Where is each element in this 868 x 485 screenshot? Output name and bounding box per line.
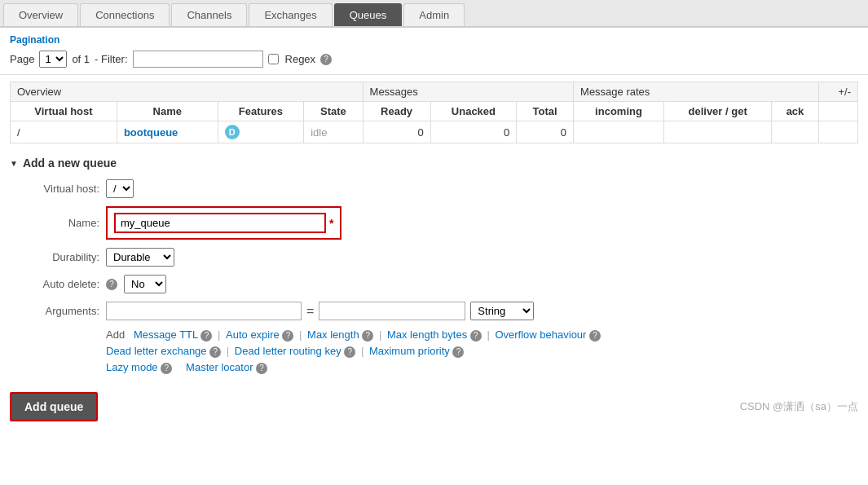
name-label: Name: bbox=[10, 217, 99, 229]
col-total: Total bbox=[517, 102, 574, 121]
state-idle: idle bbox=[311, 126, 327, 139]
argument-links-section: Add Message TTL ? | Auto expire ? | Max … bbox=[106, 328, 858, 374]
arguments-key-input[interactable] bbox=[106, 302, 302, 320]
regex-help-icon[interactable]: ? bbox=[320, 54, 332, 65]
queue-table-wrapper: Overview Messages Message rates +/- Virt… bbox=[0, 75, 868, 150]
cell-ack bbox=[772, 121, 818, 143]
dead-letter-routing-key-help-icon[interactable]: ? bbox=[344, 346, 355, 358]
durability-label: Durability: bbox=[10, 251, 99, 263]
link-maximum-priority[interactable]: Maximum priority bbox=[369, 345, 450, 357]
of-label: of 1 bbox=[72, 53, 90, 65]
link-max-length-bytes[interactable]: Max length bytes bbox=[387, 328, 467, 341]
link-max-length[interactable]: Max length bbox=[307, 328, 359, 341]
overview-header: Overview bbox=[11, 82, 364, 102]
link-auto-expire[interactable]: Auto expire bbox=[226, 328, 280, 341]
message-ttl-help-icon[interactable]: ? bbox=[200, 330, 212, 342]
arguments-inputs: = String Number Boolean List bbox=[106, 302, 534, 320]
add-link-sep-0 bbox=[128, 328, 131, 341]
tab-connections[interactable]: Connections bbox=[80, 3, 170, 26]
arguments-type-select[interactable]: String Number Boolean List bbox=[470, 302, 534, 320]
sep-6: | bbox=[361, 345, 367, 357]
auto-delete-help-icon[interactable]: ? bbox=[106, 279, 117, 290]
add-queue-header[interactable]: ▼ Add a new queue bbox=[10, 157, 858, 170]
cell-unacked: 0 bbox=[430, 121, 517, 143]
virtual-host-label: Virtual host: bbox=[10, 183, 99, 195]
col-state: State bbox=[304, 102, 363, 121]
regex-label: Regex bbox=[285, 53, 316, 65]
tab-queues[interactable]: Queues bbox=[334, 3, 403, 26]
cell-extra bbox=[818, 121, 857, 143]
tab-admin[interactable]: Admin bbox=[403, 3, 465, 26]
auto-delete-label: Auto delete: bbox=[10, 278, 99, 290]
link-overflow-behaviour[interactable]: Overflow behaviour bbox=[495, 328, 586, 341]
sep-3: | bbox=[379, 328, 385, 341]
sep-4: | bbox=[487, 328, 492, 341]
name-input-box: * bbox=[106, 206, 341, 240]
arguments-label: Arguments: bbox=[10, 305, 99, 317]
add-queue-btn-row: Add queue CSDN @潇洒（sa）一点 bbox=[0, 384, 868, 430]
feature-badge-d: D bbox=[225, 125, 240, 139]
add-queue-button[interactable]: Add queue bbox=[10, 392, 98, 421]
master-locator-help-icon[interactable]: ? bbox=[256, 363, 267, 374]
filter-input[interactable] bbox=[133, 51, 263, 68]
link-dead-letter-routing-key[interactable]: Dead letter routing key bbox=[235, 345, 341, 357]
pagination-label: Pagination bbox=[10, 34, 858, 46]
argument-links-row-2: Dead letter exchange ? | Dead letter rou… bbox=[106, 345, 858, 358]
link-message-ttl[interactable]: Message TTL bbox=[134, 328, 198, 341]
cell-deliver-get bbox=[663, 121, 771, 143]
auto-delete-select[interactable]: No Yes bbox=[124, 275, 166, 293]
durability-select[interactable]: Durable Transient bbox=[106, 248, 174, 267]
virtual-host-row: Virtual host: / bbox=[10, 179, 858, 198]
cell-state: idle bbox=[304, 121, 363, 143]
pagination-row: Page 1 of 1 - Filter: Regex ? bbox=[10, 51, 858, 68]
queue-table: Overview Messages Message rates +/- Virt… bbox=[10, 82, 858, 143]
page-label: Page bbox=[10, 53, 34, 65]
durability-row: Durability: Durable Transient bbox=[10, 248, 858, 267]
cell-features: D bbox=[218, 121, 304, 143]
tab-channels[interactable]: Channels bbox=[171, 3, 247, 26]
lazy-mode-help-icon[interactable]: ? bbox=[161, 363, 172, 374]
arguments-eq: = bbox=[306, 304, 314, 319]
auto-delete-row: Auto delete: ? No Yes bbox=[10, 275, 858, 293]
arguments-value-input[interactable] bbox=[319, 302, 465, 320]
dead-letter-exchange-help-icon[interactable]: ? bbox=[209, 346, 221, 358]
virtual-host-select[interactable]: / bbox=[106, 179, 134, 198]
nav-tabs: Overview Connections Channels Exchanges … bbox=[0, 0, 868, 28]
tab-exchanges[interactable]: Exchanges bbox=[249, 3, 332, 26]
link-master-locator[interactable]: Master locator bbox=[186, 361, 253, 373]
col-extra bbox=[818, 102, 857, 121]
sep-2: | bbox=[299, 328, 305, 341]
table-row: / bootqueue D idle 0 0 0 bbox=[11, 121, 858, 143]
name-row: Name: * bbox=[10, 206, 858, 240]
add-queue-section: ▼ Add a new queue Virtual host: / Name: … bbox=[0, 150, 868, 384]
add-link-label: Add bbox=[106, 328, 125, 341]
cell-name[interactable]: bootqueue bbox=[117, 121, 218, 143]
col-deliver-get: deliver / get bbox=[663, 102, 771, 121]
section-title: Add a new queue bbox=[23, 157, 117, 170]
col-name: Name bbox=[117, 102, 218, 121]
regex-checkbox[interactable] bbox=[268, 54, 279, 64]
arguments-row: Arguments: = String Number Boolean List bbox=[10, 302, 858, 320]
link-dead-letter-exchange[interactable]: Dead letter exchange bbox=[106, 345, 207, 357]
page-select[interactable]: 1 bbox=[39, 51, 67, 68]
name-input[interactable] bbox=[114, 213, 326, 233]
max-length-bytes-help-icon[interactable]: ? bbox=[470, 330, 482, 342]
auto-expire-help-icon[interactable]: ? bbox=[282, 330, 293, 342]
cell-total: 0 bbox=[517, 121, 574, 143]
collapse-arrow-icon: ▼ bbox=[10, 159, 18, 168]
maximum-priority-help-icon[interactable]: ? bbox=[452, 346, 464, 358]
max-length-help-icon[interactable]: ? bbox=[362, 330, 373, 342]
tab-overview[interactable]: Overview bbox=[3, 3, 78, 26]
cell-virtual-host: / bbox=[11, 121, 117, 143]
sep-5: | bbox=[227, 345, 232, 357]
col-virtual-host: Virtual host bbox=[11, 102, 117, 121]
sep-7 bbox=[178, 361, 181, 373]
col-ready: Ready bbox=[363, 102, 430, 121]
col-ack: ack bbox=[772, 102, 818, 121]
plus-minus[interactable]: +/- bbox=[818, 82, 857, 102]
cell-ready: 0 bbox=[363, 121, 430, 143]
overflow-behaviour-help-icon[interactable]: ? bbox=[589, 330, 601, 342]
link-lazy-mode[interactable]: Lazy mode bbox=[106, 361, 158, 373]
messages-header: Messages bbox=[363, 82, 573, 102]
cell-incoming bbox=[574, 121, 664, 143]
